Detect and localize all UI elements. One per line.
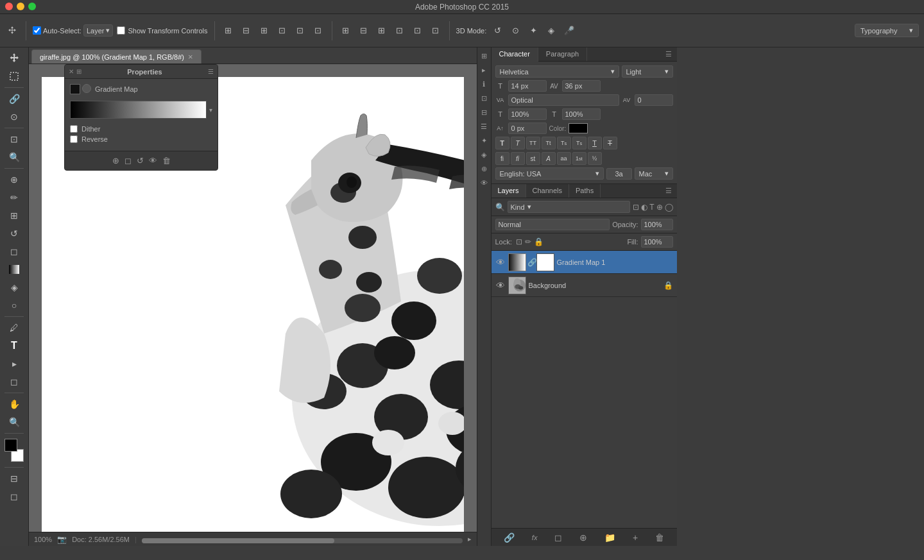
gradient-bar[interactable] — [70, 101, 207, 119]
lock-pixels-icon[interactable]: ⊡ — [516, 237, 522, 246]
st-ligature-btn[interactable]: st — [526, 152, 540, 165]
sup-ordinal-btn[interactable]: 1st — [572, 152, 586, 165]
tab-close[interactable]: × — [188, 52, 193, 62]
align-right-icon[interactable]: ⊞ — [257, 24, 271, 38]
align-center-icon[interactable]: ⊟ — [239, 24, 253, 38]
screen-mode-btn[interactable]: ⊟ — [6, 470, 22, 487]
layer-visibility-bg[interactable]: 👁 — [495, 280, 506, 291]
distribute-middle-v-icon[interactable]: ⊡ — [411, 24, 425, 38]
auto-select-dropdown[interactable]: Layer ▾ — [83, 24, 114, 37]
healing-tool[interactable]: ⊕ — [6, 171, 22, 188]
superscript-btn[interactable]: Ts — [557, 137, 571, 149]
strip-btn-10[interactable]: 👁 — [478, 177, 490, 189]
kerning-field[interactable]: Optical — [508, 94, 619, 106]
strip-btn-3[interactable]: ℹ — [478, 78, 490, 90]
tab-layers[interactable]: Layers — [492, 184, 526, 198]
filter-pixel-icon[interactable]: ⊡ — [633, 203, 639, 212]
gradient-tool[interactable] — [6, 261, 22, 278]
align-middle-icon[interactable]: ⊡ — [293, 24, 307, 38]
blend-mode-dropdown[interactable]: Normal — [495, 219, 610, 230]
fill-field[interactable]: 100% — [641, 236, 673, 248]
quick-select-tool[interactable]: ⊙ — [6, 108, 22, 125]
layer-mask-btn[interactable]: ◻ — [554, 532, 562, 543]
gradient-options-btn[interactable]: ▾ — [209, 106, 212, 114]
eyedropper-tool[interactable]: 🔍 — [6, 149, 22, 165]
leading-field[interactable]: 36 px — [562, 80, 601, 92]
fi-ligature-btn[interactable]: fi — [495, 152, 509, 165]
align-left-icon[interactable]: ⊞ — [221, 24, 235, 38]
tab-channels[interactable]: Channels — [526, 184, 569, 198]
filter-toggle[interactable]: ◯ — [665, 203, 673, 212]
smallcaps-btn[interactable]: Tt — [542, 137, 556, 149]
ordinal-btn[interactable]: aa — [557, 152, 571, 165]
properties-close-btn[interactable]: ✕ — [69, 68, 74, 75]
language-dropdown[interactable]: English: USA ▾ — [495, 167, 604, 180]
auto-select-checkbox[interactable] — [33, 26, 41, 35]
panel-delete-btn[interactable]: 🗑 — [162, 156, 171, 165]
align-top-icon[interactable]: ⊡ — [275, 24, 289, 38]
distribute-left-icon[interactable]: ⊞ — [339, 24, 353, 38]
properties-menu-btn[interactable]: ☰ — [208, 68, 214, 75]
distribute-top-icon[interactable]: ⊡ — [393, 24, 407, 38]
strikethrough-btn[interactable]: T — [603, 137, 617, 149]
reverse-checkbox[interactable] — [70, 135, 78, 143]
panel-eye-btn[interactable]: 👁 — [149, 156, 157, 165]
layer-visibility-gradient[interactable]: 👁 — [495, 257, 506, 267]
strip-btn-6[interactable]: ☰ — [478, 121, 490, 132]
lasso-tool[interactable]: 🔗 — [6, 90, 22, 107]
fraction-btn[interactable]: ½ — [588, 152, 602, 165]
layer-fx-btn[interactable]: fx — [532, 534, 538, 541]
subscript-btn[interactable]: Ts — [572, 137, 586, 149]
font-name-dropdown[interactable]: Helvetica ▾ — [495, 65, 619, 78]
3d-icon-3[interactable]: ✦ — [526, 24, 540, 38]
blur-tool[interactable]: ◈ — [6, 279, 22, 296]
tab-paragraph[interactable]: Paragraph — [538, 47, 587, 61]
filter-smart-icon[interactable]: ⊕ — [656, 203, 663, 212]
font-size-field[interactable]: 14 px — [508, 80, 547, 92]
layer-link-btn[interactable]: 🔗 — [504, 532, 515, 543]
strip-btn-9[interactable]: ⊕ — [478, 163, 490, 174]
panel-mask-btn[interactable]: ◻ — [124, 156, 132, 165]
distribute-right-icon[interactable]: ⊞ — [375, 24, 389, 38]
distribute-bottom-icon[interactable]: ⊡ — [429, 24, 443, 38]
opacity-field[interactable]: 100% — [641, 219, 673, 230]
layer-gradient-map[interactable]: 👁 🔗 Gradient Map 1 — [492, 251, 677, 274]
3d-icon-2[interactable]: ⊙ — [508, 24, 522, 38]
mask-mode-btn[interactable]: ◻ — [6, 488, 22, 505]
canvas-container[interactable]: ✕ ⊞ Properties ☰ Gradient Map — [29, 64, 477, 532]
3d-icon-4[interactable]: ◈ — [544, 24, 558, 38]
layer-new-btn[interactable]: + — [633, 532, 638, 543]
strip-btn-8[interactable]: ◈ — [478, 149, 490, 160]
marquee-tool[interactable] — [6, 68, 22, 85]
workspace-dropdown[interactable]: Typography ▾ — [855, 24, 919, 37]
tab-character[interactable]: Character — [492, 47, 538, 62]
panel-add-btn[interactable]: ⊕ — [112, 156, 119, 165]
strip-btn-4[interactable]: ⊡ — [478, 92, 490, 104]
strip-btn-2[interactable]: ▸ — [478, 64, 490, 76]
foreground-color[interactable] — [4, 439, 17, 452]
scroll-bar-area[interactable] — [142, 537, 463, 542]
pen-tool[interactable]: 🖊 — [6, 319, 22, 336]
bold-btn[interactable]: T — [495, 137, 509, 149]
dither-checkbox[interactable] — [70, 125, 78, 133]
history-tool[interactable]: ↺ — [6, 225, 22, 242]
properties-expand-btn[interactable]: ⊞ — [76, 68, 81, 75]
aa-method-dropdown[interactable]: Mac ▾ — [635, 167, 673, 180]
layer-group-btn[interactable]: 📁 — [604, 532, 615, 543]
character-panel-menu[interactable]: ☰ — [660, 47, 677, 61]
transform-controls-checkbox[interactable] — [117, 26, 125, 35]
layers-panel-menu[interactable]: ☰ — [660, 184, 677, 198]
dodge-tool[interactable]: ○ — [6, 297, 22, 314]
shape-tool[interactable]: ◻ — [6, 373, 22, 390]
path-select-tool[interactable]: ▸ — [6, 355, 22, 372]
crop-tool[interactable]: ⊡ — [6, 131, 22, 148]
layer-delete-btn[interactable]: 🗑 — [655, 532, 664, 543]
3d-icon-1[interactable]: ↺ — [490, 24, 504, 38]
strip-btn-5[interactable]: ⊟ — [478, 106, 490, 118]
allcaps-btn[interactable]: TT — [526, 137, 540, 149]
tracking-field[interactable]: 0 — [635, 94, 673, 106]
lock-all-icon[interactable]: 🔒 — [534, 237, 543, 246]
eraser-tool[interactable]: ◻ — [6, 243, 22, 260]
distribute-center-h-icon[interactable]: ⊟ — [357, 24, 371, 38]
font-style-dropdown[interactable]: Light ▾ — [622, 65, 673, 78]
